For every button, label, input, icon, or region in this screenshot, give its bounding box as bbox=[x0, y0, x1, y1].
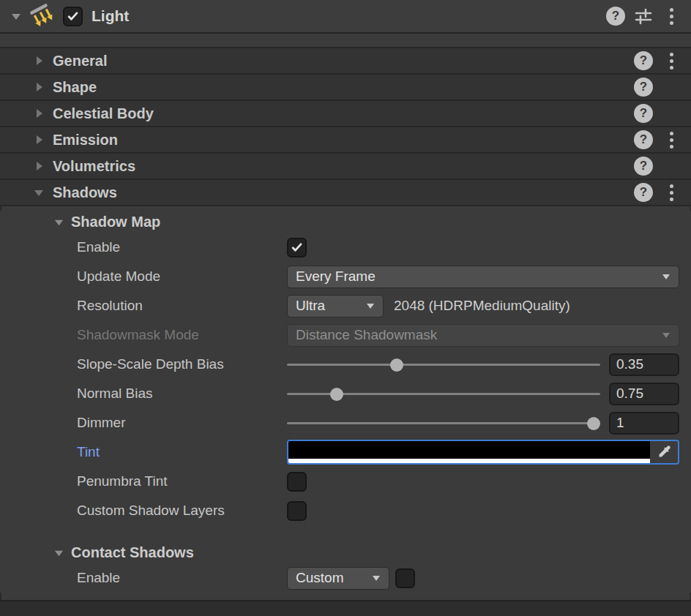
shadow-map-enable-checkbox[interactable] bbox=[287, 238, 307, 258]
section-menu-button[interactable] bbox=[657, 53, 685, 70]
slope-bias-value-field[interactable]: 0.35 bbox=[609, 353, 679, 376]
section-label: Celestial Body bbox=[53, 105, 154, 122]
collapsed-caret-icon bbox=[32, 54, 45, 67]
resolution-dropdown[interactable]: Ultra bbox=[287, 295, 384, 318]
kebab-menu-icon bbox=[670, 132, 673, 149]
dimmer-slider[interactable] bbox=[287, 411, 600, 435]
checkmark-icon bbox=[290, 240, 305, 255]
contact-shadows-enable-checkbox[interactable] bbox=[395, 568, 415, 588]
normal-bias-slider[interactable] bbox=[287, 382, 600, 405]
component-header: Light ? bbox=[0, 0, 691, 34]
chevron-down-icon bbox=[661, 330, 671, 340]
slider-track[interactable] bbox=[287, 422, 600, 424]
field-value: 0.35 bbox=[616, 356, 643, 372]
update-mode-label: Update Mode bbox=[77, 268, 287, 285]
help-icon: ? bbox=[634, 183, 653, 202]
presets-sliders-icon bbox=[634, 7, 653, 26]
collapsed-caret-icon bbox=[32, 133, 45, 146]
update-mode-row: Update Mode Every Frame bbox=[0, 262, 691, 291]
section-label: Volumetrics bbox=[53, 158, 135, 175]
color-swatch-alpha-bar bbox=[288, 459, 650, 463]
section-menu-button[interactable] bbox=[657, 184, 685, 201]
section-emission[interactable]: Emission ? bbox=[0, 127, 691, 154]
resolution-label: Resolution bbox=[77, 298, 287, 314]
collapsed-caret-icon bbox=[32, 80, 45, 94]
dimmer-label: Dimmer bbox=[77, 415, 287, 431]
color-swatch-rgb bbox=[288, 441, 650, 459]
section-shape[interactable]: Shape ? bbox=[0, 75, 691, 101]
help-icon: ? bbox=[634, 51, 653, 70]
expanded-caret-icon bbox=[53, 216, 65, 228]
help-button[interactable]: ? bbox=[630, 157, 657, 176]
slider-thumb[interactable] bbox=[587, 417, 600, 430]
custom-shadow-layers-checkbox[interactable] bbox=[287, 501, 307, 521]
shadows-section-body: Shadow Map Enable Update Mode Every Fram… bbox=[0, 211, 691, 593]
slider-thumb[interactable] bbox=[330, 388, 343, 401]
collapsed-caret-icon bbox=[32, 159, 45, 173]
custom-shadow-layers-label: Custom Shadow Layers bbox=[77, 503, 287, 519]
help-icon: ? bbox=[634, 78, 653, 97]
contact-shadows-enable-label: Enable bbox=[77, 570, 287, 586]
section-shadows[interactable]: Shadows ? bbox=[0, 180, 691, 206]
eyedropper-button[interactable] bbox=[650, 441, 678, 463]
color-swatch[interactable] bbox=[288, 441, 650, 463]
component-end-strip bbox=[0, 600, 691, 616]
tint-label: Tint bbox=[77, 444, 287, 460]
help-button[interactable]: ? bbox=[602, 7, 630, 26]
section-label: Shadows bbox=[53, 184, 117, 201]
contact-shadows-header[interactable]: Contact Shadows bbox=[0, 541, 691, 563]
kebab-menu-icon bbox=[670, 184, 673, 201]
section-volumetrics[interactable]: Volumetrics ? bbox=[0, 154, 691, 180]
contact-shadows-enable-row: Enable Custom bbox=[0, 563, 691, 593]
header-spacer-strip bbox=[0, 34, 691, 48]
dropdown-value: Every Frame bbox=[296, 268, 376, 285]
help-button[interactable]: ? bbox=[630, 130, 657, 149]
help-icon: ? bbox=[634, 130, 653, 149]
help-button[interactable]: ? bbox=[630, 183, 657, 202]
update-mode-dropdown[interactable]: Every Frame bbox=[287, 266, 679, 288]
section-label: General bbox=[53, 53, 107, 70]
eyedropper-icon bbox=[656, 444, 672, 460]
chevron-down-icon bbox=[371, 573, 381, 583]
presets-button[interactable] bbox=[630, 7, 657, 26]
help-icon: ? bbox=[634, 104, 653, 123]
section-general[interactable]: General ? bbox=[0, 48, 691, 75]
section-label: Shape bbox=[53, 79, 97, 96]
shadowmask-mode-dropdown: Distance Shadowmask bbox=[287, 324, 679, 347]
help-button[interactable]: ? bbox=[630, 78, 657, 97]
component-foldout-caret[interactable] bbox=[9, 9, 23, 23]
kebab-menu-icon bbox=[670, 8, 673, 25]
normal-bias-value-field[interactable]: 0.75 bbox=[609, 383, 679, 405]
shadow-map-header[interactable]: Shadow Map bbox=[0, 211, 691, 233]
help-button[interactable]: ? bbox=[630, 51, 657, 70]
penumbra-tint-label: Penumbra Tint bbox=[77, 473, 287, 489]
field-value: 1 bbox=[616, 415, 624, 431]
tint-color-field[interactable] bbox=[287, 440, 679, 465]
normal-bias-row: Normal Bias 0.75 bbox=[0, 379, 691, 408]
checkmark-icon bbox=[66, 9, 81, 23]
component-enabled-checkbox[interactable] bbox=[63, 7, 83, 26]
light-inspector-panel: Light ? General ? Shape bbox=[0, 0, 691, 616]
field-value: 0.75 bbox=[616, 386, 643, 402]
slider-thumb[interactable] bbox=[390, 358, 403, 372]
help-button[interactable]: ? bbox=[630, 104, 657, 123]
slope-bias-label: Slope-Scale Depth Bias bbox=[77, 356, 287, 372]
dimmer-value-field[interactable]: 1 bbox=[609, 412, 679, 435]
slope-bias-slider[interactable] bbox=[287, 353, 600, 376]
help-icon: ? bbox=[634, 157, 653, 176]
help-icon: ? bbox=[606, 7, 625, 26]
chevron-down-icon bbox=[365, 301, 376, 311]
dropdown-value: Custom bbox=[296, 570, 343, 586]
component-menu-button[interactable] bbox=[657, 8, 685, 25]
penumbra-tint-checkbox[interactable] bbox=[287, 472, 307, 492]
dropdown-value: Distance Shadowmask bbox=[296, 327, 437, 343]
tint-row: Tint bbox=[0, 437, 691, 467]
penumbra-tint-row: Penumbra Tint bbox=[0, 467, 691, 496]
section-menu-button[interactable] bbox=[657, 132, 685, 149]
slider-track[interactable] bbox=[287, 364, 600, 366]
contact-shadows-enable-dropdown[interactable]: Custom bbox=[287, 567, 389, 590]
subsection-label: Contact Shadows bbox=[71, 544, 194, 561]
slope-bias-row: Slope-Scale Depth Bias 0.35 bbox=[0, 350, 691, 379]
section-celestial-body[interactable]: Celestial Body ? bbox=[0, 101, 691, 127]
expanded-caret-icon bbox=[53, 546, 65, 559]
